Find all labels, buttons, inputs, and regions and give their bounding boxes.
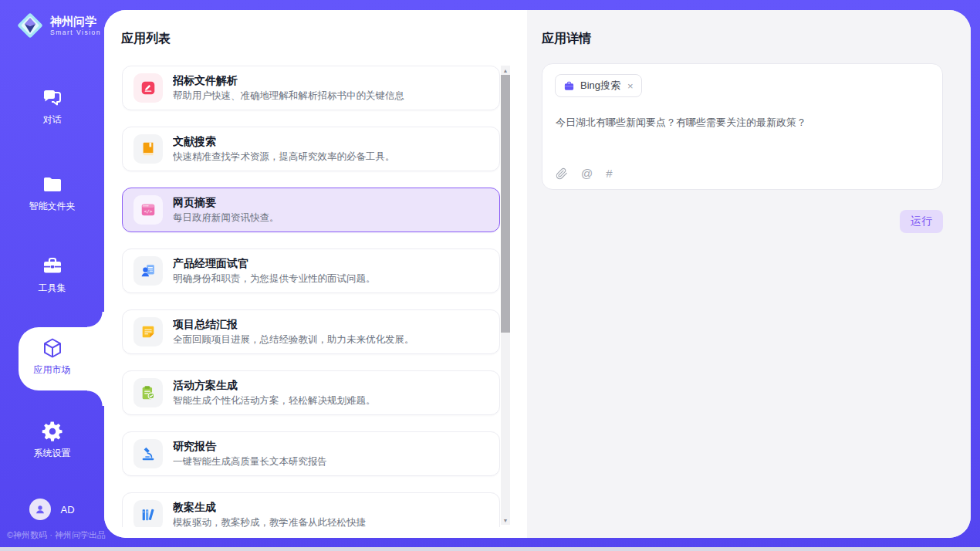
- app-list-scrollbar[interactable]: ▲ ▼: [501, 66, 510, 525]
- app-list-item[interactable]: 研究报告 一键智能生成高质量长文本研究报告: [122, 431, 500, 476]
- svg-text:</>: </>: [144, 208, 153, 214]
- browser-code-icon: </>: [140, 201, 157, 218]
- scroll-up-icon[interactable]: ▲: [501, 66, 510, 75]
- app-list-panel: 应用列表 招标文件解析 帮助用户快速、准确地理解和解析招标书中的关键信息 文献搜…: [104, 10, 527, 538]
- tool-chip-label: Bing搜索: [580, 79, 620, 93]
- app-list-item[interactable]: 招标文件解析 帮助用户快速、准确地理解和解析招标书中的关键信息: [122, 66, 500, 110]
- app-item-description: 一键智能生成高质量长文本研究报告: [173, 455, 327, 468]
- app-list-title: 应用列表: [121, 31, 171, 47]
- app-item-title: 教案生成: [173, 500, 366, 514]
- app-item-description: 明确身份和职责，为您提供专业性的面试问题。: [173, 272, 376, 286]
- sidebar-footer: ©神州数码 · 神州问学出品: [7, 529, 106, 541]
- at-icon[interactable]: @: [581, 167, 593, 180]
- composer-icons: @#: [556, 167, 613, 180]
- sidebar-item-smart-folder[interactable]: 智能文件夹: [0, 173, 104, 213]
- prompt-text[interactable]: 今日湖北有哪些新闻要点？有哪些需要关注的最新政策？: [556, 115, 930, 130]
- doc-edit-icon: [140, 79, 157, 96]
- tool-chip-bing-search[interactable]: Bing搜索 ×: [555, 74, 642, 97]
- app-item-title: 项目总结汇报: [173, 317, 414, 331]
- note-icon: [140, 323, 157, 340]
- scroll-down-icon[interactable]: ▼: [501, 516, 510, 525]
- sidebar-item-settings[interactable]: 系统设置: [0, 420, 104, 460]
- book-icon: [140, 140, 157, 157]
- app-list-item[interactable]: 项目总结汇报 全面回顾项目进展，总结经验教训，助力未来优化发展。: [122, 309, 500, 354]
- app-item-description: 模板驱动，教案秒成，教学准备从此轻松快捷: [173, 516, 366, 527]
- app-item-title: 研究报告: [173, 439, 327, 453]
- books-icon: [140, 506, 157, 523]
- logo-diamond-icon: [15, 11, 45, 40]
- app-logo: 神州问学 Smart Vision: [15, 11, 101, 40]
- cube-icon: [41, 336, 64, 360]
- gear-icon: [41, 420, 64, 443]
- content-area: 应用列表 招标文件解析 帮助用户快速、准确地理解和解析招标书中的关键信息 文献搜…: [104, 10, 971, 538]
- sidebar-item-toolset[interactable]: 工具集: [0, 255, 104, 295]
- app-item-title: 网页摘要: [173, 195, 279, 209]
- active-nav-notch-bottom: [87, 390, 104, 406]
- app-list: 招标文件解析 帮助用户快速、准确地理解和解析招标书中的关键信息 文献搜索 快速精…: [122, 66, 500, 527]
- app-item-description: 快速精准查找学术资源，提高研究效率的必备工具。: [173, 150, 395, 164]
- user-label: AD: [60, 504, 74, 516]
- avatar: [29, 499, 51, 520]
- app-item-title: 招标文件解析: [173, 73, 404, 87]
- app-item-description: 每日政府新闻资讯快查。: [173, 211, 279, 225]
- app-list-item[interactable]: 活动方案生成 智能生成个性化活动方案，轻松解决规划难题。: [122, 370, 500, 415]
- run-button[interactable]: 运行: [900, 210, 943, 233]
- hash-icon[interactable]: #: [606, 167, 612, 180]
- user-account[interactable]: AD: [0, 499, 104, 520]
- app-item-description: 智能生成个性化活动方案，轻松解决规划难题。: [173, 394, 376, 407]
- sidebar-item-app-market[interactable]: 应用市场: [0, 336, 104, 377]
- app-item-description: 帮助用户快速、准确地理解和解析招标书中的关键信息: [173, 90, 404, 103]
- app-list-item[interactable]: 产品经理面试官 明确身份和职责，为您提供专业性的面试问题。: [122, 248, 500, 293]
- clipboard-icon: [140, 384, 157, 401]
- app-detail-title: 应用详情: [542, 31, 591, 47]
- sidebar: 神州问学 Smart Vision 对话 智能文件夹 工具集 应用市场 系统设置…: [0, 0, 104, 551]
- app-list-item[interactable]: 文献搜索 快速精准查找学术资源，提高研究效率的必备工具。: [122, 127, 500, 171]
- scrollbar-thumb[interactable]: [501, 75, 510, 333]
- app-item-title: 活动方案生成: [173, 378, 376, 392]
- briefcase-icon: [563, 80, 575, 92]
- app-item-title: 文献搜索: [173, 134, 395, 148]
- app-list-item[interactable]: </> 网页摘要 每日政府新闻资讯快查。: [122, 188, 500, 232]
- paperclip-icon[interactable]: [556, 167, 568, 180]
- interviewer-icon: [140, 262, 157, 279]
- app-window: 应用列表 招标文件解析 帮助用户快速、准确地理解和解析招标书中的关键信息 文献搜…: [0, 0, 980, 551]
- app-list-item[interactable]: 教案生成 模板驱动，教案秒成，教学准备从此轻松快捷: [122, 492, 500, 527]
- app-detail-panel: 应用详情 Bing搜索 × 今日湖北有哪些新闻要点？有哪些需要关注的最新政策？ …: [527, 10, 971, 538]
- prompt-card[interactable]: Bing搜索 × 今日湖北有哪些新闻要点？有哪些需要关注的最新政策？ @#: [542, 63, 943, 190]
- bottom-edge-strip: [0, 547, 980, 551]
- toolbox-icon: [41, 255, 64, 278]
- close-icon[interactable]: ×: [627, 80, 634, 92]
- chat-icon: [41, 86, 64, 110]
- logo-subtitle: Smart Vision: [50, 29, 101, 36]
- logo-title: 神州问学: [50, 15, 101, 28]
- folder-icon: [41, 173, 64, 196]
- active-nav-notch-top: [87, 312, 104, 327]
- sidebar-item-chat[interactable]: 对话: [0, 86, 104, 127]
- app-item-title: 产品经理面试官: [173, 256, 376, 270]
- microscope-icon: [140, 445, 157, 462]
- app-item-description: 全面回顾项目进展，总结经验教训，助力未来优化发展。: [173, 333, 414, 346]
